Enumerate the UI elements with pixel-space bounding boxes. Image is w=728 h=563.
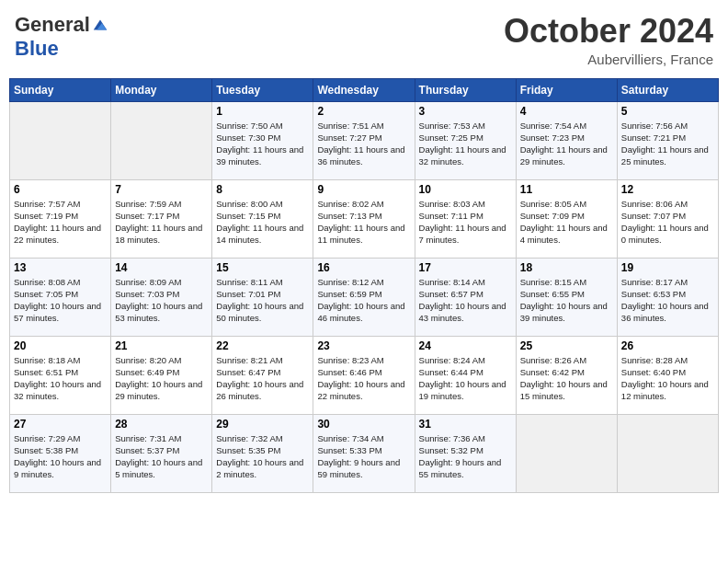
weekday-header-sunday: Sunday [10,78,111,101]
day-number: 3 [419,105,512,118]
day-number: 11 [520,183,613,196]
day-number: 15 [216,261,309,274]
calendar-cell: 20Sunrise: 8:18 AM Sunset: 6:51 PM Dayli… [10,336,111,414]
logo-blue-text: Blue [15,37,59,61]
day-info: Sunrise: 8:05 AM Sunset: 7:09 PM Dayligh… [520,198,613,247]
calendar-week-3: 13Sunrise: 8:08 AM Sunset: 7:05 PM Dayli… [10,258,719,336]
day-info: Sunrise: 8:11 AM Sunset: 7:01 PM Dayligh… [216,276,309,325]
calendar-cell: 27Sunrise: 7:29 AM Sunset: 5:38 PM Dayli… [10,414,111,492]
day-info: Sunrise: 8:03 AM Sunset: 7:11 PM Dayligh… [419,198,512,247]
calendar-cell: 29Sunrise: 7:32 AM Sunset: 5:35 PM Dayli… [212,414,313,492]
day-number: 27 [14,418,107,431]
calendar-cell [10,101,111,179]
location-text: Aubervilliers, France [504,52,713,67]
calendar-cell: 7Sunrise: 7:59 AM Sunset: 7:17 PM Daylig… [111,179,212,258]
calendar-cell: 14Sunrise: 8:09 AM Sunset: 7:03 PM Dayli… [111,258,212,336]
day-info: Sunrise: 8:21 AM Sunset: 6:47 PM Dayligh… [216,354,309,403]
calendar-cell [516,414,617,492]
day-number: 1 [216,105,309,118]
day-info: Sunrise: 7:31 AM Sunset: 5:37 PM Dayligh… [115,432,208,481]
day-info: Sunrise: 8:17 AM Sunset: 6:53 PM Dayligh… [621,276,714,325]
calendar-cell: 17Sunrise: 8:14 AM Sunset: 6:57 PM Dayli… [415,258,516,336]
day-info: Sunrise: 8:14 AM Sunset: 6:57 PM Dayligh… [419,276,512,325]
day-info: Sunrise: 7:34 AM Sunset: 5:33 PM Dayligh… [317,432,410,481]
calendar-cell: 6Sunrise: 7:57 AM Sunset: 7:19 PM Daylig… [10,179,111,258]
weekday-header-friday: Friday [516,78,617,101]
weekday-header-tuesday: Tuesday [212,78,313,101]
calendar-cell: 30Sunrise: 7:34 AM Sunset: 5:33 PM Dayli… [313,414,415,492]
calendar-body: 1Sunrise: 7:50 AM Sunset: 7:30 PM Daylig… [10,101,719,492]
day-number: 20 [14,339,107,352]
month-title: October 2024 [504,13,713,50]
page-header: General Blue October 2024 Aubervilliers,… [9,9,719,71]
day-number: 22 [216,339,309,352]
day-number: 24 [419,339,512,352]
logo-general-text: General [15,13,90,37]
day-number: 13 [14,261,107,274]
weekday-header-thursday: Thursday [415,78,516,101]
logo: General Blue [15,13,108,61]
day-number: 16 [317,261,410,274]
calendar-cell: 3Sunrise: 7:53 AM Sunset: 7:25 PM Daylig… [415,101,516,179]
calendar-cell: 8Sunrise: 8:00 AM Sunset: 7:15 PM Daylig… [212,179,313,258]
day-number: 28 [115,418,208,431]
calendar-cell [617,414,718,492]
calendar-cell: 5Sunrise: 7:56 AM Sunset: 7:21 PM Daylig… [617,101,718,179]
calendar-cell: 1Sunrise: 7:50 AM Sunset: 7:30 PM Daylig… [212,101,313,179]
day-number: 30 [317,418,410,431]
day-info: Sunrise: 8:06 AM Sunset: 7:07 PM Dayligh… [621,198,714,247]
day-info: Sunrise: 8:26 AM Sunset: 6:42 PM Dayligh… [520,354,613,403]
calendar-cell: 21Sunrise: 8:20 AM Sunset: 6:49 PM Dayli… [111,336,212,414]
day-info: Sunrise: 8:02 AM Sunset: 7:13 PM Dayligh… [317,198,410,247]
calendar-cell: 2Sunrise: 7:51 AM Sunset: 7:27 PM Daylig… [313,101,415,179]
logo-icon [92,17,108,33]
day-number: 14 [115,261,208,274]
day-info: Sunrise: 7:54 AM Sunset: 7:23 PM Dayligh… [520,120,613,168]
day-number: 10 [419,183,512,196]
calendar-cell [111,101,212,179]
calendar-header: SundayMondayTuesdayWednesdayThursdayFrid… [10,78,719,101]
calendar-cell: 18Sunrise: 8:15 AM Sunset: 6:55 PM Dayli… [516,258,617,336]
calendar-cell: 12Sunrise: 8:06 AM Sunset: 7:07 PM Dayli… [617,179,718,258]
calendar-cell: 16Sunrise: 8:12 AM Sunset: 6:59 PM Dayli… [313,258,415,336]
day-info: Sunrise: 7:36 AM Sunset: 5:32 PM Dayligh… [419,432,512,481]
day-number: 31 [419,418,512,431]
day-number: 23 [317,339,410,352]
day-info: Sunrise: 8:08 AM Sunset: 7:05 PM Dayligh… [14,276,107,325]
day-info: Sunrise: 8:12 AM Sunset: 6:59 PM Dayligh… [317,276,410,325]
day-number: 6 [14,183,107,196]
day-info: Sunrise: 8:28 AM Sunset: 6:40 PM Dayligh… [621,354,714,403]
calendar-week-2: 6Sunrise: 7:57 AM Sunset: 7:19 PM Daylig… [10,179,719,258]
calendar-cell: 26Sunrise: 8:28 AM Sunset: 6:40 PM Dayli… [617,336,718,414]
calendar-cell: 10Sunrise: 8:03 AM Sunset: 7:11 PM Dayli… [415,179,516,258]
day-info: Sunrise: 7:53 AM Sunset: 7:25 PM Dayligh… [419,120,512,168]
day-info: Sunrise: 8:18 AM Sunset: 6:51 PM Dayligh… [14,354,107,403]
calendar-cell: 13Sunrise: 8:08 AM Sunset: 7:05 PM Dayli… [10,258,111,336]
calendar-cell: 31Sunrise: 7:36 AM Sunset: 5:32 PM Dayli… [415,414,516,492]
day-number: 9 [317,183,410,196]
calendar-cell: 25Sunrise: 8:26 AM Sunset: 6:42 PM Dayli… [516,336,617,414]
calendar-cell: 9Sunrise: 8:02 AM Sunset: 7:13 PM Daylig… [313,179,415,258]
day-number: 25 [520,339,613,352]
calendar-table: SundayMondayTuesdayWednesdayThursdayFrid… [9,78,719,493]
title-area: October 2024 Aubervilliers, France [504,13,713,67]
day-info: Sunrise: 7:29 AM Sunset: 5:38 PM Dayligh… [14,432,107,481]
day-number: 29 [216,418,309,431]
weekday-header-row: SundayMondayTuesdayWednesdayThursdayFrid… [10,78,719,101]
day-number: 5 [621,105,714,118]
weekday-header-saturday: Saturday [617,78,718,101]
calendar-cell: 11Sunrise: 8:05 AM Sunset: 7:09 PM Dayli… [516,179,617,258]
weekday-header-wednesday: Wednesday [313,78,415,101]
day-info: Sunrise: 7:56 AM Sunset: 7:21 PM Dayligh… [621,120,714,168]
day-info: Sunrise: 7:51 AM Sunset: 7:27 PM Dayligh… [317,120,410,168]
day-info: Sunrise: 8:09 AM Sunset: 7:03 PM Dayligh… [115,276,208,325]
day-info: Sunrise: 7:50 AM Sunset: 7:30 PM Dayligh… [216,120,309,168]
day-info: Sunrise: 8:23 AM Sunset: 6:46 PM Dayligh… [317,354,410,403]
weekday-header-monday: Monday [111,78,212,101]
calendar-cell: 4Sunrise: 7:54 AM Sunset: 7:23 PM Daylig… [516,101,617,179]
calendar-cell: 19Sunrise: 8:17 AM Sunset: 6:53 PM Dayli… [617,258,718,336]
day-info: Sunrise: 7:59 AM Sunset: 7:17 PM Dayligh… [115,198,208,247]
day-number: 17 [419,261,512,274]
calendar-week-1: 1Sunrise: 7:50 AM Sunset: 7:30 PM Daylig… [10,101,719,179]
calendar-cell: 22Sunrise: 8:21 AM Sunset: 6:47 PM Dayli… [212,336,313,414]
